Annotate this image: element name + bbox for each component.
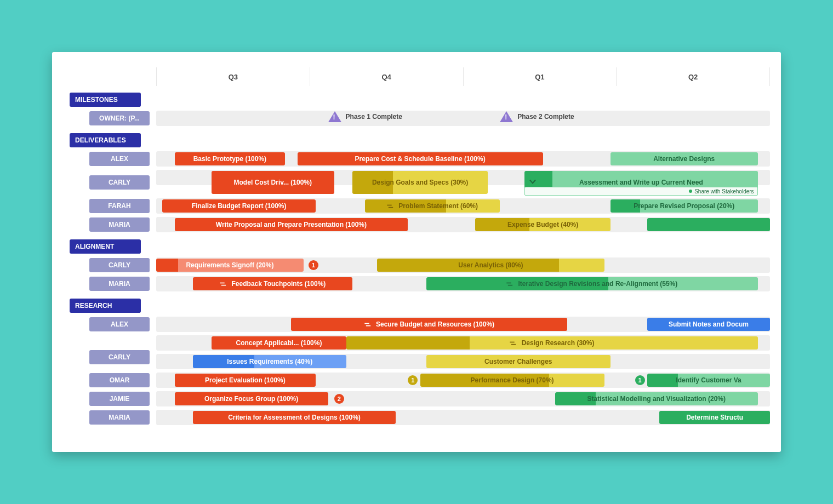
owner-label[interactable]: CARLY bbox=[89, 350, 150, 364]
svg-rect-3 bbox=[221, 285, 226, 286]
task-label: Concept Applicabl... (100%) bbox=[232, 339, 327, 347]
milestone-warning-icon bbox=[500, 111, 513, 122]
svg-rect-5 bbox=[508, 285, 512, 286]
task-label: Requirements Signoff (20%) bbox=[181, 261, 278, 269]
section-header[interactable]: ALIGNMENT bbox=[70, 239, 141, 254]
svg-rect-7 bbox=[366, 325, 370, 327]
task-bar[interactable]: Prepare Cost & Schedule Baseline (100%) bbox=[298, 152, 543, 165]
task-bar[interactable]: Performance Design (70%) bbox=[420, 374, 604, 387]
timeline-row[interactable]: Finalize Budget Report (100%) Problem St… bbox=[156, 197, 770, 215]
svg-rect-1 bbox=[389, 207, 393, 208]
task-bar[interactable] bbox=[647, 218, 770, 231]
task-bar[interactable]: Design Research (30%) bbox=[346, 336, 757, 350]
task-label: Basic Prototype (100%) bbox=[189, 155, 271, 163]
task-bar[interactable]: User Analytics (80%) bbox=[377, 259, 604, 272]
timeline-row[interactable]: Concept Applicabl... (100%) Design Resea… bbox=[156, 334, 770, 371]
svg-rect-6 bbox=[364, 323, 369, 324]
task-bar[interactable]: Statistical Modelling and Visualization … bbox=[555, 392, 758, 405]
task-bar[interactable]: Identify Customer Va bbox=[647, 374, 770, 387]
task-bar[interactable]: Prepare Revised Proposal (20%) bbox=[611, 199, 758, 213]
task-label: Design Research (30%) bbox=[505, 339, 598, 347]
svg-rect-4 bbox=[506, 282, 511, 283]
task-bar[interactable]: Project Evaluation (100%) bbox=[175, 374, 316, 387]
owner-label[interactable]: JAMIE bbox=[89, 392, 150, 406]
task-label: Determine Structu bbox=[682, 414, 748, 421]
milestone-label: Phase 2 Complete bbox=[517, 113, 574, 121]
task-label: Secure Budget and Resources (100%) bbox=[360, 320, 499, 328]
task-bar[interactable]: Basic Prototype (100%) bbox=[175, 152, 286, 165]
timeline-row[interactable]: Basic Prototype (100%)Prepare Cost & Sch… bbox=[156, 150, 770, 168]
task-label: Iterative Design Revisions and Re-Alignm… bbox=[502, 280, 682, 288]
section-header[interactable]: RESEARCH bbox=[70, 299, 141, 313]
task-label: Submit Notes and Docum bbox=[664, 320, 753, 328]
gantt-canvas: Q3Q4Q1Q2MILESTONESOWNER: (P...Phase 1 Co… bbox=[52, 52, 781, 452]
task-label: Alternative Designs bbox=[649, 155, 719, 163]
svg-rect-8 bbox=[510, 341, 515, 342]
task-bar[interactable]: Expense Budget (40%) bbox=[475, 218, 610, 231]
task-label: Statistical Modelling and Visualization … bbox=[583, 395, 731, 403]
task-label: Customer Challenges bbox=[480, 358, 556, 365]
task-bar[interactable]: Iterative Design Revisions and Re-Alignm… bbox=[426, 277, 758, 290]
count-badge[interactable]: 1 bbox=[309, 260, 318, 270]
task-bar[interactable]: Problem Statement (60%) bbox=[365, 199, 500, 213]
milestone-label: Phase 1 Complete bbox=[346, 113, 402, 121]
task-bar[interactable]: Alternative Designs bbox=[611, 152, 758, 165]
task-bar[interactable]: Model Cost Driv... (100%) bbox=[212, 171, 334, 194]
task-label: Feedback Touchpoints (100%) bbox=[215, 280, 330, 288]
timeline-row[interactable]: Secure Budget and Resources (100%)Submit… bbox=[156, 315, 770, 334]
task-bar[interactable]: Design Goals and Specs (30%) bbox=[352, 171, 487, 194]
milestone[interactable]: Phase 2 Complete bbox=[500, 111, 574, 122]
task-bar[interactable]: Requirements Signoff (20%) bbox=[156, 259, 304, 272]
owner-label[interactable]: CARLY bbox=[89, 258, 150, 272]
owner-label[interactable]: ALEX bbox=[89, 317, 150, 331]
task-bar[interactable]: Write Proposal and Prepare Presentation … bbox=[175, 218, 408, 231]
quarter-header: Q4 bbox=[310, 67, 464, 86]
timeline-row[interactable]: Organize Focus Group (100%)Statistical M… bbox=[156, 390, 770, 408]
task-label: Problem Statement (60%) bbox=[383, 202, 482, 210]
owner-label[interactable]: MARIA bbox=[89, 217, 150, 232]
svg-rect-9 bbox=[511, 344, 516, 345]
count-badge[interactable]: 2 bbox=[334, 394, 344, 404]
task-label: Design Goals and Specs (30%) bbox=[368, 179, 472, 186]
milestone-warning-icon bbox=[328, 111, 341, 122]
owner-label[interactable]: MARIA bbox=[89, 277, 150, 291]
section-header[interactable]: DELIVERABLES bbox=[70, 133, 141, 147]
task-label: Write Proposal and Prepare Presentation … bbox=[212, 221, 371, 228]
count-badge[interactable]: 1 bbox=[635, 375, 645, 385]
timeline-row[interactable]: Model Cost Driv... (100%)Design Goals an… bbox=[156, 168, 770, 197]
timeline-row[interactable]: Requirements Signoff (20%)User Analytics… bbox=[156, 256, 770, 274]
task-label: Criteria for Assessment of Designs (100%… bbox=[224, 414, 365, 421]
task-bar[interactable]: Feedback Touchpoints (100%) bbox=[193, 277, 352, 290]
owner-label[interactable]: OMAR bbox=[89, 373, 150, 387]
task-bar[interactable]: Determine Structu bbox=[659, 411, 770, 424]
task-label: Finalize Budget Report (100%) bbox=[187, 202, 291, 210]
milestone[interactable]: Phase 1 Complete bbox=[328, 111, 402, 122]
task-label: Assessment and Write up Current Need bbox=[575, 179, 708, 186]
task-bar[interactable]: Submit Notes and Docum bbox=[647, 318, 770, 331]
owner-label[interactable]: MARIA bbox=[89, 410, 150, 425]
task-label: Performance Design (70%) bbox=[466, 376, 558, 384]
task-label: Model Cost Driv... (100%) bbox=[230, 179, 316, 186]
owner-label[interactable]: CARLY bbox=[89, 175, 150, 190]
task-bar[interactable]: Finalize Budget Report (100%) bbox=[162, 199, 316, 213]
task-label: Organize Focus Group (100%) bbox=[200, 395, 303, 403]
timeline-row[interactable]: Phase 1 CompletePhase 2 Complete bbox=[156, 109, 770, 128]
owner-label[interactable]: OWNER: (P... bbox=[89, 111, 150, 125]
timeline-row[interactable]: Write Proposal and Prepare Presentation … bbox=[156, 215, 770, 234]
section-header[interactable]: MILESTONES bbox=[70, 93, 141, 107]
task-bar[interactable]: Organize Focus Group (100%) bbox=[175, 392, 328, 405]
subtask-bar[interactable]: Share with Stakeholders bbox=[524, 187, 758, 196]
quarter-header: Q1 bbox=[464, 67, 617, 86]
timeline-row[interactable]: Project Evaluation (100%)Performance Des… bbox=[156, 371, 770, 390]
owner-label[interactable]: ALEX bbox=[89, 152, 150, 166]
timeline-row[interactable]: Criteria for Assessment of Designs (100%… bbox=[156, 408, 770, 427]
task-bar[interactable]: Customer Challenges bbox=[426, 355, 611, 368]
owner-label[interactable]: FARAH bbox=[89, 199, 150, 213]
gantt-chart: Q3Q4Q1Q2MILESTONESOWNER: (P...Phase 1 Co… bbox=[62, 67, 770, 430]
task-bar[interactable]: Secure Budget and Resources (100%) bbox=[291, 318, 567, 331]
timeline-row[interactable]: Feedback Touchpoints (100%) Iterative De… bbox=[156, 274, 770, 293]
chevron-down-icon[interactable] bbox=[529, 178, 537, 187]
task-bar[interactable]: Criteria for Assessment of Designs (100%… bbox=[193, 411, 396, 424]
task-label: Identify Customer Va bbox=[671, 376, 745, 384]
task-label: Project Evaluation (100%) bbox=[201, 376, 290, 384]
